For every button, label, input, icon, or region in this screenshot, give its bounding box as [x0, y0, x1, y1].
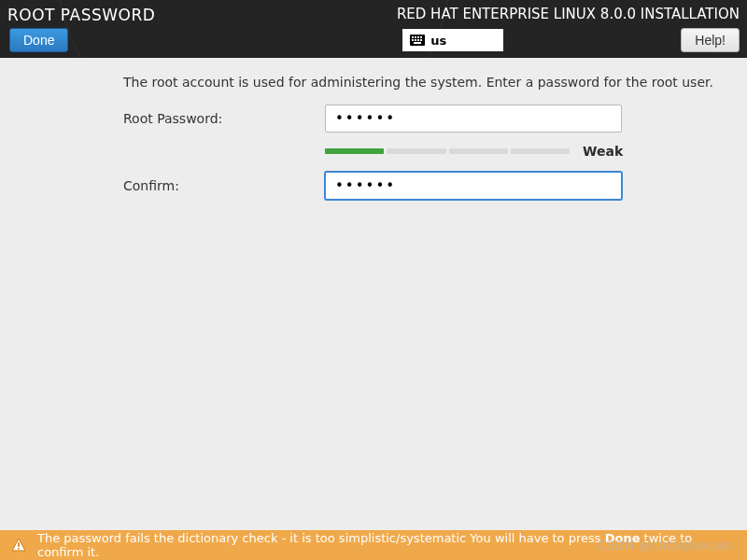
done-button[interactable]: Done: [9, 28, 68, 52]
root-password-label: Root Password:: [123, 111, 325, 126]
strength-segment: [387, 148, 445, 154]
strength-segment: [449, 148, 508, 154]
warning-icon: [11, 538, 26, 553]
svg-rect-6: [415, 39, 416, 41]
strength-label: Weak: [583, 144, 623, 159]
warning-text: The password fails the dictionary check …: [37, 531, 736, 559]
strength-segment: [511, 148, 570, 154]
warning-text-bold: Done: [605, 531, 641, 545]
keyboard-layout-indicator[interactable]: us: [402, 29, 503, 51]
svg-rect-3: [417, 36, 419, 38]
keyboard-layout-label: us: [430, 34, 446, 48]
help-button[interactable]: Help!: [681, 28, 740, 52]
svg-rect-11: [18, 542, 20, 547]
svg-rect-5: [412, 39, 414, 41]
confirm-label: Confirm:: [123, 178, 325, 193]
svg-rect-12: [18, 548, 20, 550]
svg-rect-4: [420, 36, 422, 38]
confirm-password-input[interactable]: [325, 172, 622, 200]
svg-rect-7: [417, 39, 419, 41]
warning-bar: The password fails the dictionary check …: [0, 530, 747, 560]
root-password-input[interactable]: [325, 105, 622, 133]
content-area: The root account is used for administeri…: [0, 58, 747, 200]
strength-fill: [325, 148, 384, 154]
page-title: ROOT PASSWORD: [7, 6, 155, 24]
svg-rect-2: [415, 36, 416, 38]
strength-meter: [325, 148, 570, 154]
installer-title: RED HAT ENTERPRISE LINUX 8.0.0 INSTALLAT…: [397, 6, 740, 22]
warning-text-before: The password fails the dictionary check …: [37, 531, 605, 545]
root-password-row: Root Password:: [123, 105, 725, 133]
confirm-row: Confirm:: [123, 172, 725, 200]
svg-rect-9: [414, 42, 421, 44]
keyboard-icon: [410, 35, 425, 46]
svg-rect-1: [412, 36, 414, 38]
strength-row: Weak: [325, 144, 725, 159]
svg-rect-8: [420, 39, 422, 41]
strength-segment: [325, 148, 384, 154]
header: ROOT PASSWORD RED HAT ENTERPRISE LINUX 8…: [0, 0, 747, 58]
instruction-text: The root account is used for administeri…: [123, 75, 725, 90]
